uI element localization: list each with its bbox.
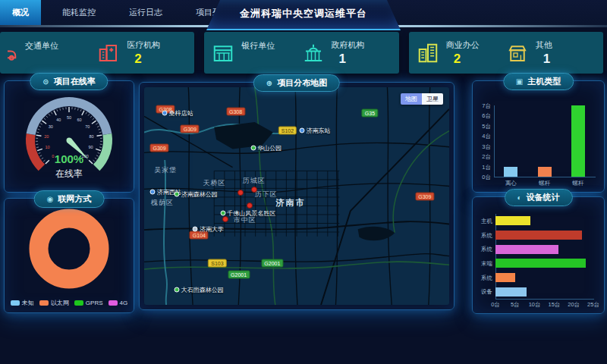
map-label: G35	[362, 109, 378, 118]
stat-label: 其他	[536, 39, 552, 51]
bar	[495, 259, 586, 268]
bar	[504, 167, 517, 177]
axis-tick: 1台	[474, 164, 491, 171]
device-stats-chart: 0台5台10台15台20台25台主机系统系统末端系统设备	[474, 208, 602, 310]
location-icon: ⊕	[266, 80, 272, 87]
stat-value: 2	[127, 52, 160, 67]
stat-card-1: 交通单位 医疗机构 2	[0, 32, 194, 74]
project-marker[interactable]	[237, 190, 244, 196]
svg-text:80: 80	[90, 134, 94, 139]
stat-item-traffic: 交通单位	[8, 40, 97, 66]
map-label: 济南森林公园	[175, 190, 218, 198]
svg-text:70: 70	[85, 124, 90, 129]
panel-network-title: ◉ 联网方式	[34, 190, 105, 208]
map-label: G309	[181, 124, 200, 133]
axis-tick: 7台	[474, 102, 491, 110]
svg-text:40: 40	[56, 118, 61, 122]
poi-marker-icon	[175, 191, 180, 196]
pie-icon: ◐	[517, 194, 521, 202]
stat-label: 银行单位	[241, 40, 275, 52]
legend-swatch	[39, 300, 49, 306]
axis-category: 离心	[499, 180, 522, 187]
svg-text:50: 50	[67, 115, 71, 120]
legend-swatch	[74, 300, 83, 306]
map-label: 济南大学	[193, 224, 224, 233]
stat-value: 1	[536, 52, 552, 67]
axis-tick: 3台	[474, 143, 491, 151]
map-label: S103	[208, 259, 226, 268]
map-layer-switch: 地图 卫星	[401, 93, 443, 105]
stat-item-medical: 医疗机构 2	[97, 39, 187, 67]
axis-tick: 10台	[526, 301, 544, 309]
map-button-satellite[interactable]: 卫星	[422, 93, 443, 105]
legend-item-unknown[interactable]: 未知	[11, 299, 34, 307]
stat-item-office: 商业办公 2	[417, 39, 506, 67]
project-marker[interactable]	[222, 216, 228, 222]
panel-host-type: ▣ 主机类型 0台1台2台3台4台5台6台7台离心螺杆螺杆	[472, 80, 605, 193]
axis-category: 系统	[474, 232, 492, 240]
legend-item-4g[interactable]: 4G	[109, 299, 128, 307]
panel-project-map: ⊕ 项目分布地图	[139, 82, 454, 310]
stat-item-other: 其他 1	[506, 39, 596, 67]
axis-tick: 0台	[486, 301, 505, 309]
axis-tick: 25台	[584, 301, 602, 309]
map-label: 槐荫区	[151, 198, 174, 208]
tab-energy-monitor[interactable]: 能耗监控	[50, 0, 108, 25]
map-label: 市中区	[234, 215, 256, 225]
map-label: 大石崮森林公园	[175, 285, 224, 293]
poi-marker-icon	[300, 128, 305, 133]
map-label: 吴家堡	[154, 165, 177, 175]
axis-tick: 5台	[474, 123, 491, 130]
legend-item-gprs[interactable]: GPRS	[74, 299, 103, 307]
bar	[538, 167, 552, 177]
donut-legend: 未知 以太网 GPRS 4G	[5, 299, 134, 307]
svg-text:60: 60	[77, 118, 82, 122]
map-label: 桑梓店站	[162, 109, 193, 118]
bar	[571, 105, 585, 177]
stat-label: 医疗机构	[127, 39, 160, 51]
poi-marker-icon	[162, 111, 168, 116]
stat-label: 交通单位	[25, 40, 58, 52]
poi-marker-icon	[175, 287, 180, 292]
bar	[495, 216, 530, 225]
axis-tick: 6台	[474, 112, 491, 120]
project-marker[interactable]	[247, 202, 253, 209]
car-icon	[8, 42, 18, 64]
page-title: 金洲科瑞中央空调运维平台	[206, 0, 401, 27]
map-label: G2001	[228, 270, 250, 278]
tab-run-logs[interactable]: 运行日志	[117, 0, 175, 25]
map-label: G309	[415, 192, 434, 200]
panel-online-rate: ⊙ 项目在线率 0102030405060708090100 100% 在线率	[4, 80, 134, 193]
project-marker[interactable]	[251, 187, 257, 193]
axis-tick: 15台	[545, 301, 563, 309]
map-button-map[interactable]: 地图	[401, 93, 422, 105]
hospital-icon	[97, 42, 120, 64]
map-label: G309	[150, 144, 169, 152]
map-canvas[interactable]: G308G308G309G309G309G104S102S103G35G2001…	[144, 87, 449, 305]
bar	[495, 287, 527, 297]
map-label: 济南东站	[300, 127, 331, 135]
tab-overview[interactable]: 概况	[0, 0, 41, 25]
legend-item-ethernet[interactable]: 以太网	[39, 299, 69, 307]
stat-label: 商业办公	[446, 39, 480, 51]
map-label: 华山公园	[250, 144, 281, 152]
app-title-banner: 金洲科瑞中央空调运维平台	[206, 0, 401, 30]
stat-card-3: 商业办公 2 其他 1	[409, 32, 603, 74]
poi-marker-icon	[150, 189, 156, 194]
map-label: 历城区	[243, 176, 266, 186]
bar	[495, 273, 515, 282]
axis-tick: 2台	[474, 153, 491, 161]
globe-icon: ◉	[47, 196, 54, 203]
host-type-chart: 0台1台2台3台4台5台6台7台离心螺杆螺杆	[474, 92, 602, 189]
bank-icon	[212, 42, 234, 64]
office-icon	[417, 42, 439, 64]
svg-text:20: 20	[44, 134, 49, 139]
axis-category: 主机	[474, 218, 492, 225]
axis-category: 螺杆	[533, 180, 556, 187]
axis-category: 系统	[474, 275, 492, 282]
svg-text:90: 90	[88, 145, 93, 149]
panel-online-rate-title: ⊙ 项目在线率	[30, 73, 108, 90]
map-label: 历下区	[255, 189, 278, 199]
panel-device-title: ◐ 设备统计	[504, 189, 572, 206]
svg-text:30: 30	[49, 124, 53, 129]
